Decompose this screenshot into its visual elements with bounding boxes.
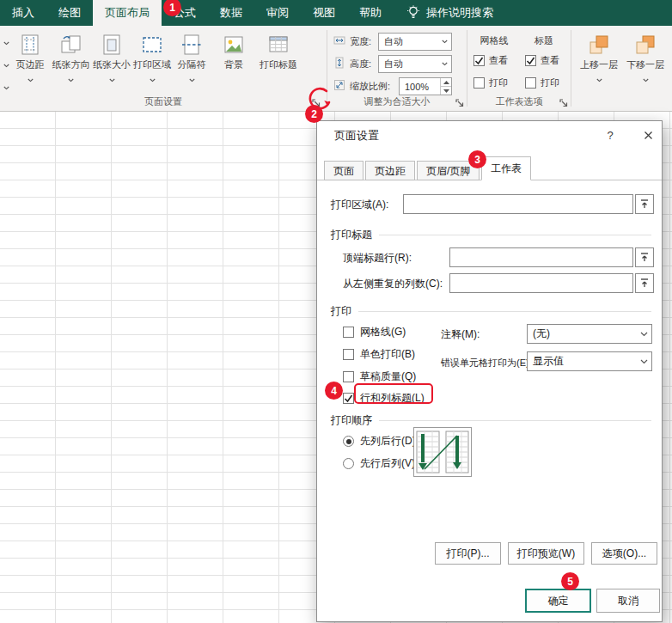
margins-button[interactable]: 页边距: [10, 30, 50, 106]
section-divider: [379, 420, 651, 421]
height-icon: [333, 57, 345, 70]
tab-insert[interactable]: 插入: [0, 0, 46, 26]
chevron-down-icon: [189, 73, 195, 78]
top-title-rows-collapse-button[interactable]: [635, 247, 654, 267]
draft-quality-checkbox[interactable]: 草稿质量(Q): [343, 370, 416, 384]
bring-forward-button[interactable]: 上移一层: [577, 30, 620, 106]
tell-me-search[interactable]: 操作说明搜索: [407, 0, 493, 26]
scale-ratio-row: 缩放比例:: [333, 79, 390, 93]
button-label: 纸张方向: [52, 59, 90, 70]
chevron-down-icon: [442, 62, 451, 66]
scale-to-fit-dialog-launcher[interactable]: [453, 96, 466, 109]
width-icon: [333, 34, 345, 48]
tab-page-layout[interactable]: 页面布局: [93, 0, 162, 26]
checkbox-unchecked-icon: [343, 349, 354, 360]
group-separator: [467, 30, 467, 107]
print-preview-button[interactable]: 打印预览(W): [508, 542, 584, 565]
headings-view-checkbox[interactable]: 查看: [525, 54, 559, 67]
tab-data[interactable]: 数据: [208, 0, 254, 26]
comments-dropdown[interactable]: (无): [527, 324, 652, 344]
black-and-white-checkbox[interactable]: 单色打印(B): [343, 347, 415, 362]
help-icon[interactable]: ?: [601, 126, 620, 144]
scale-width-row: 宽度:: [333, 34, 371, 48]
tab-view[interactable]: 视图: [301, 0, 347, 26]
button-label: 下移一层: [626, 59, 664, 70]
height-value: 自动: [379, 58, 442, 70]
spinner-down-icon[interactable]: [441, 87, 451, 95]
height-label: 高度:: [350, 58, 371, 70]
chevron-down-icon: [150, 73, 156, 78]
tab-review[interactable]: 审阅: [254, 0, 301, 26]
sheet-options-dialog-launcher[interactable]: [557, 96, 570, 109]
group-separator: [571, 30, 571, 107]
breaks-icon: [180, 30, 203, 59]
gridlines-view-checkbox[interactable]: 查看: [473, 54, 508, 67]
chevron-down-icon: [596, 73, 602, 78]
step-2-badge: 2: [305, 105, 323, 123]
cell-errors-label: 错误单元格打印为(E):: [441, 357, 532, 370]
print-options-section: 打印: [331, 304, 651, 319]
tab-page[interactable]: 页面: [324, 161, 363, 180]
print-titles-button[interactable]: 打印标题: [254, 30, 302, 106]
button-label: 背景: [224, 59, 243, 70]
print-area-button[interactable]: 打印区域: [132, 30, 172, 106]
checkbox-checked-icon: [525, 55, 536, 66]
gridlines-print-checkbox[interactable]: 打印: [473, 76, 508, 89]
cancel-button[interactable]: 取消: [596, 589, 660, 613]
button-label: 分隔符: [178, 59, 206, 70]
radio-selected-icon: [343, 436, 354, 447]
button-label: 上移一层: [580, 59, 618, 70]
print-area-collapse-button[interactable]: [635, 194, 654, 214]
button-label: 页边距: [16, 59, 45, 70]
print-titles-section: 打印标题: [331, 228, 651, 242]
group-label-page-setup: 页面设置: [10, 95, 316, 108]
print-button[interactable]: 打印(P)...: [435, 542, 501, 565]
cell-errors-value: 显示值: [528, 354, 636, 369]
comments-value: (无): [528, 327, 636, 341]
left-repeat-cols-label: 从左侧重复的列数(C):: [343, 278, 443, 290]
page-order-section: 打印顺序: [331, 413, 651, 428]
top-title-rows-input[interactable]: [449, 247, 633, 267]
left-repeat-cols-collapse-button[interactable]: [635, 273, 654, 293]
group-label-scale-to-fit: 调整为合适大小: [333, 95, 461, 108]
spinner-buttons: [440, 78, 451, 95]
breaks-button[interactable]: 分隔符: [173, 30, 211, 106]
tab-draw[interactable]: 绘图: [46, 0, 93, 26]
checkbox-label: 网格线(G): [360, 325, 406, 339]
close-icon[interactable]: [638, 126, 657, 144]
chevron-down-icon: [643, 73, 649, 78]
ribbon-tab-bar: 插入 绘图 页面布局 公式 数据 审阅 视图 帮助 操作说明搜索: [0, 0, 672, 26]
view-label: 查看: [541, 54, 559, 67]
dialog-titlebar[interactable]: 页面设置 ?: [317, 121, 662, 149]
tab-margins[interactable]: 页边距: [365, 161, 415, 180]
tab-help[interactable]: 帮助: [347, 0, 394, 26]
background-button[interactable]: 背景: [217, 30, 251, 106]
print-area-label: 打印区域(A):: [331, 199, 388, 211]
highlight-box-annotation: [354, 383, 433, 404]
orientation-button[interactable]: 纸张方向: [51, 30, 91, 106]
button-label: 纸张大小: [93, 59, 131, 70]
chevron-down-icon: [636, 332, 651, 337]
gridlines-checkbox[interactable]: 网格线(G): [343, 325, 406, 339]
section-label: 打印顺序: [331, 413, 372, 428]
over-then-down-radio[interactable]: 先行后列(V): [343, 456, 415, 471]
scale-spinner[interactable]: 100%: [399, 77, 452, 95]
options-button[interactable]: 选项(O)...: [591, 542, 657, 565]
checkbox-checked-icon: [343, 393, 354, 404]
down-then-over-radio[interactable]: 先列后行(D): [343, 434, 416, 449]
print-label: 打印: [489, 76, 508, 89]
paper-size-icon: [101, 30, 123, 59]
paper-size-button[interactable]: 纸张大小: [92, 30, 131, 106]
send-backward-button[interactable]: 下移一层: [624, 30, 667, 106]
headings-print-checkbox[interactable]: 打印: [525, 76, 559, 89]
cell-errors-dropdown[interactable]: 显示值: [527, 351, 652, 371]
tab-sheet[interactable]: 工作表: [481, 156, 531, 180]
height-dropdown[interactable]: 自动: [378, 55, 452, 73]
ok-button[interactable]: 确定: [525, 589, 591, 613]
width-dropdown[interactable]: 自动: [378, 33, 452, 51]
spinner-up-icon[interactable]: [441, 78, 451, 87]
left-repeat-cols-input[interactable]: [449, 273, 633, 293]
radio-label: 先列后行(D): [360, 434, 416, 449]
print-area-input[interactable]: [403, 194, 633, 214]
background-icon: [223, 30, 245, 59]
